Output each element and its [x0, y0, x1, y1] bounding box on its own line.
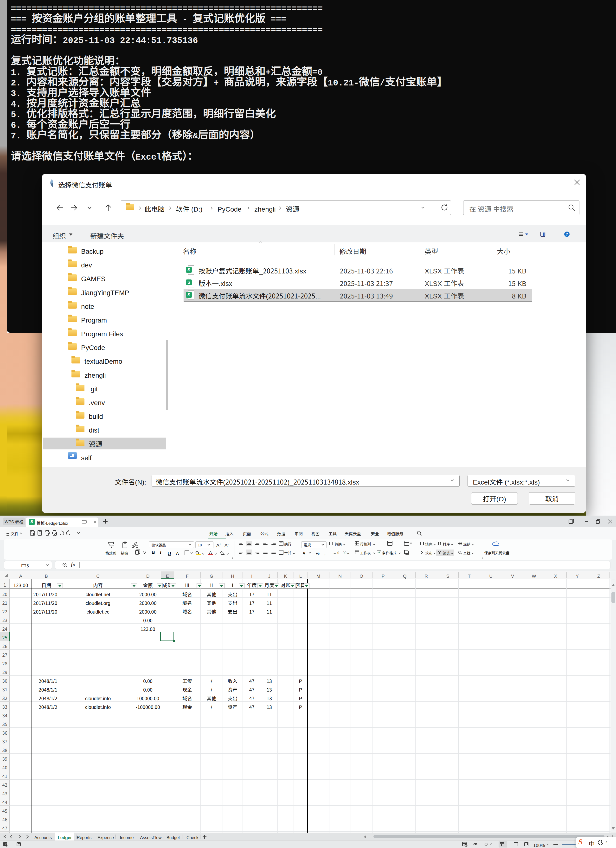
svg-text:?: ? [566, 232, 568, 236]
